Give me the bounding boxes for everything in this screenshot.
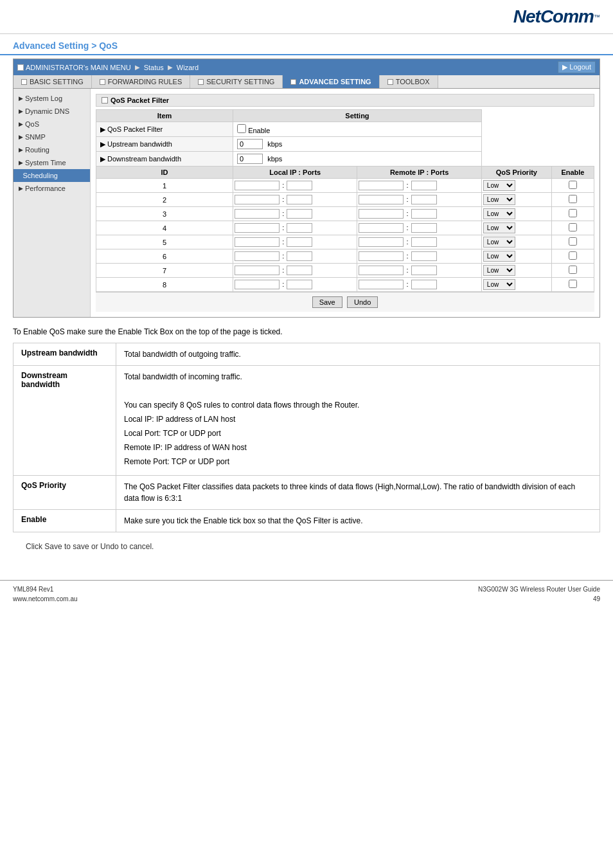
nav-main-menu[interactable]: ADMINISTRATOR's MAIN MENU [17, 64, 131, 71]
rule-8-enable-checkbox[interactable] [569, 280, 577, 288]
logo: NetComm™ [513, 6, 600, 27]
rule-4-remote-port[interactable] [411, 223, 437, 233]
downstream-input[interactable] [237, 154, 263, 164]
rule-enable-2 [551, 193, 594, 207]
sidebar-item-routing[interactable]: ▶ Routing [13, 143, 90, 156]
sidebar-label-qos: QoS [25, 120, 39, 128]
rule-2-local-port[interactable] [287, 195, 312, 204]
sidebar-item-scheduling[interactable]: • Scheduling [13, 169, 90, 182]
rule-7-local-ip[interactable] [235, 266, 280, 275]
rule-8-local-ip[interactable] [235, 280, 280, 289]
rule-7-local-port[interactable] [287, 266, 312, 275]
click-save-note: Click Save to save or Undo to cancel. [13, 539, 600, 554]
qos-section-header: QoS Packet Filter [96, 94, 594, 107]
rule-7-enable-checkbox[interactable] [569, 266, 577, 274]
rule-3-local-port[interactable] [287, 209, 312, 219]
rule-5-local-ip[interactable] [235, 237, 280, 247]
sidebar-item-qos[interactable]: ▶ QoS [13, 118, 90, 131]
rule-4-local-ip[interactable] [235, 223, 280, 233]
nav-wizard[interactable]: Wizard [177, 64, 199, 71]
nav-status[interactable]: Status [144, 64, 164, 71]
rule-4-remote-ip[interactable] [359, 223, 404, 233]
rule-3-enable-checkbox[interactable] [569, 209, 577, 217]
footer-left: YML894 Rev1 www.netcomm.com.au [13, 584, 78, 604]
rule-3-local-ip[interactable] [235, 209, 280, 219]
sidebar-label-routing: Routing [25, 146, 49, 154]
rule-1-local-ip[interactable] [235, 181, 280, 190]
rule-col-priority: QoS Priority [481, 167, 551, 179]
rule-4-enable-checkbox[interactable] [569, 223, 577, 231]
logout-button[interactable]: ▶ Logout [558, 61, 596, 73]
rule-6-remote-ip[interactable] [359, 251, 404, 261]
rule-8-priority-select[interactable]: LowNormalHigh [483, 279, 515, 290]
page-title: Advanced Setting > QoS [13, 41, 118, 51]
rule-6-local-port[interactable] [287, 251, 312, 261]
rule-8-local-port[interactable] [287, 280, 312, 289]
rule-enable-7 [551, 264, 594, 278]
rule-5-priority-select[interactable]: LowNormalHigh [483, 237, 515, 248]
page-header: NetComm™ [0, 0, 613, 34]
rule-4-local-port[interactable] [287, 223, 312, 233]
rule-5-remote-port[interactable] [411, 237, 437, 247]
rule-2-remote-port[interactable] [411, 195, 437, 204]
rule-3-remote-port[interactable] [411, 209, 437, 219]
sidebar-label-dynamic-dns: Dynamic DNS [25, 107, 69, 115]
rule-1-priority-select[interactable]: LowNormalHigh [483, 180, 515, 191]
nav-checkbox-icon [17, 64, 24, 71]
qos-filter-arrow: ▶ [100, 125, 107, 133]
tab-forwarding-checkbox [100, 79, 105, 85]
rule-2-local-ip[interactable] [235, 195, 280, 204]
rule-6-remote-port[interactable] [411, 251, 437, 261]
table-row: 1 : : LowNormalHigh [96, 179, 594, 193]
rule-7-priority-select[interactable]: LowNormalHigh [483, 265, 515, 276]
rule-id-4: 4 [96, 221, 233, 235]
rule-5-enable-checkbox[interactable] [569, 237, 577, 246]
rule-2-remote-ip[interactable] [359, 195, 404, 204]
rule-8-remote-ip[interactable] [359, 280, 404, 289]
downstream-desc-line7: Remote Port: TCP or UDP port [124, 456, 592, 467]
rule-enable-3 [551, 207, 594, 221]
tab-advanced-setting[interactable]: ADVANCED SETTING [283, 75, 379, 88]
rule-6-priority-select[interactable]: LowNormalHigh [483, 251, 515, 262]
save-button[interactable]: Save [312, 296, 342, 308]
rule-6-enable-checkbox[interactable] [569, 251, 577, 260]
undo-button[interactable]: Undo [347, 296, 378, 308]
qos-filter-text: QoS Packet Filter [107, 125, 163, 133]
rule-1-enable-checkbox[interactable] [569, 181, 577, 189]
rule-4-priority-select[interactable]: LowNormalHigh [483, 222, 515, 233]
rule-1-remote-ip[interactable] [359, 181, 404, 190]
rule-local-1: : [233, 179, 357, 193]
rule-2-enable-checkbox[interactable] [569, 195, 577, 203]
rule-priority-8: LowNormalHigh [481, 278, 551, 292]
tab-security-setting[interactable]: SECURITY SETTING [190, 75, 283, 88]
sidebar-item-dynamic-dns[interactable]: ▶ Dynamic DNS [13, 105, 90, 118]
tab-security-label: SECURITY SETTING [206, 78, 274, 86]
rule-remote-3: : [357, 207, 481, 221]
rule-7-remote-port[interactable] [411, 266, 437, 275]
rule-1-remote-port[interactable] [411, 181, 437, 190]
rule-id-3: 3 [96, 207, 233, 221]
tab-basic-checkbox [21, 79, 27, 85]
sidebar-item-snmp[interactable]: ▶ SNMP [13, 131, 90, 143]
rule-3-priority-select[interactable]: LowNormalHigh [483, 208, 515, 219]
tab-forwarding-rules[interactable]: FORWARDING RULES [92, 75, 191, 88]
rule-2-priority-select[interactable]: LowNormalHigh [483, 194, 515, 205]
tab-basic-setting[interactable]: BASIC SETTING [13, 75, 92, 88]
rule-3-remote-ip[interactable] [359, 209, 404, 219]
upstream-input[interactable] [237, 139, 263, 149]
sidebar-arrow-system-log: ▶ [19, 95, 23, 102]
tab-toolbox[interactable]: TOOLBOX [380, 75, 438, 88]
rule-5-remote-ip[interactable] [359, 237, 404, 247]
sidebar-item-performance[interactable]: ▶ Performance [13, 182, 90, 195]
rule-5-local-port[interactable] [287, 237, 312, 247]
sidebar-item-system-log[interactable]: ▶ System Log [13, 92, 90, 105]
rule-col-remote: Remote IP : Ports [357, 167, 481, 179]
rule-6-local-ip[interactable] [235, 251, 280, 261]
sidebar-item-system-time[interactable]: ▶ System Time [13, 156, 90, 169]
qos-filter-enable-checkbox[interactable] [237, 124, 246, 133]
rule-local-6: : [233, 249, 357, 264]
rule-1-local-port[interactable] [287, 181, 312, 190]
table-row: 2 : : LowNormalHigh [96, 193, 594, 207]
rule-8-remote-port[interactable] [411, 280, 437, 289]
rule-7-remote-ip[interactable] [359, 266, 404, 275]
